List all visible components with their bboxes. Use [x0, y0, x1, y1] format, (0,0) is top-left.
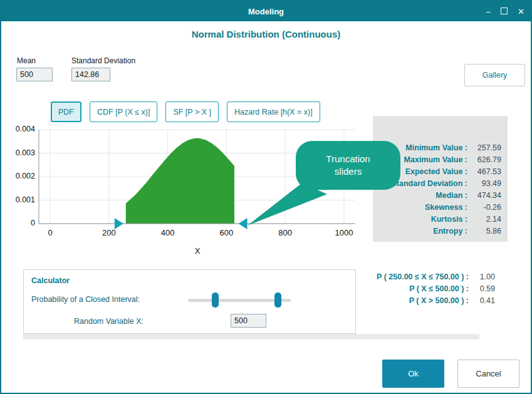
- prob-value: 0.59: [471, 283, 495, 295]
- closed-interval-label: Probability of a Closed Interval:: [31, 295, 140, 304]
- prob-row-greater: P ( X > 500.00 ) : 0.41: [350, 295, 495, 307]
- x-tick-label: 200: [93, 228, 125, 237]
- mean-input[interactable]: [16, 68, 53, 81]
- prob-row-less-equal: P ( X ≤ 500.00 ) : 0.59: [350, 283, 495, 295]
- stat-value: 2.14: [470, 214, 501, 226]
- close-icon[interactable]: ✕: [518, 8, 524, 16]
- prob-label: P ( X ≤ 500.00 ) :: [409, 283, 469, 295]
- truncation-callout-text: Truncation sliders: [313, 153, 383, 179]
- interval-slider-handle-left[interactable]: [212, 293, 219, 308]
- window-controls: – ✕: [486, 1, 524, 21]
- std-deviation-input[interactable]: [71, 68, 110, 81]
- cancel-button[interactable]: Cancel: [457, 360, 519, 388]
- y-tick-label: 0: [5, 219, 35, 227]
- tab-sf[interactable]: SF [P > X ]: [165, 101, 219, 122]
- stat-label: Minimum Value :: [405, 142, 467, 154]
- tab-hazard-rate[interactable]: Hazard Rate [h(X = x)]: [227, 101, 320, 122]
- y-tick-label: 0.002: [5, 172, 35, 180]
- stat-row-kurtosis: Kurtosis : 2.14: [373, 214, 501, 226]
- x-tick-label: 600: [211, 228, 242, 237]
- callout-tail: [243, 183, 336, 236]
- stat-value: 474.34: [470, 190, 501, 202]
- prob-row-interval: P ( 250.00 ≤ X ≤ 750.00 ) : 1.00: [350, 271, 495, 283]
- gallery-button[interactable]: Gallery: [464, 64, 525, 86]
- stat-label: Expected Value :: [405, 166, 467, 178]
- stat-row-median: Median : 474.34: [373, 190, 501, 202]
- stat-label: Maximum Value :: [404, 154, 467, 166]
- minimize-icon[interactable]: –: [486, 8, 491, 16]
- y-tick-label: 0.001: [5, 195, 35, 204]
- stat-value: 257.59: [470, 142, 501, 154]
- prob-label: P ( X > 500.00 ) :: [409, 295, 469, 307]
- tab-pdf[interactable]: PDF: [51, 101, 81, 122]
- prob-value: 1.00: [471, 271, 495, 283]
- y-tick-label: 0.003: [5, 148, 35, 157]
- stat-value: 626.79: [470, 154, 501, 166]
- stat-row-skewness: Skewness : -0.26: [373, 202, 501, 214]
- calculator-title: Calculator: [31, 276, 70, 285]
- x-tick-label: 0: [34, 228, 66, 237]
- window-title: Modeling: [248, 7, 284, 16]
- interval-slider-handle-right[interactable]: [274, 293, 281, 308]
- stat-label: Median :: [436, 190, 467, 202]
- stat-value: 467.53: [470, 166, 501, 178]
- stat-label: Kurtosis :: [431, 214, 467, 226]
- prob-label: P ( 250.00 ≤ X ≤ 750.00 ) :: [377, 271, 469, 283]
- truncation-callout: Truncation sliders: [296, 141, 400, 190]
- random-variable-input[interactable]: [231, 314, 266, 328]
- y-tick-label: 0.004: [5, 125, 35, 133]
- stat-label: Skewness :: [425, 202, 467, 214]
- function-tabs: PDF CDF [P (X ≤ x)] SF [P > X ] Hazard R…: [51, 101, 320, 122]
- pdf-curve-area: [126, 138, 234, 224]
- maximize-box-glyph: [501, 8, 508, 14]
- prob-value: 0.41: [471, 295, 495, 307]
- probability-results: P ( 250.00 ≤ X ≤ 750.00 ) : 1.00 P ( X ≤…: [350, 271, 495, 307]
- stat-row-entropy: Entropy : 5.86: [373, 226, 501, 237]
- calculator-shadow: [23, 334, 479, 340]
- x-axis-title: X: [187, 246, 208, 256]
- titlebar: Modeling – ✕: [1, 1, 531, 21]
- page-title: Normal Distribution (Continuous): [1, 29, 531, 39]
- stat-value: -0.26: [470, 202, 501, 214]
- stat-value: 5.86: [470, 226, 501, 237]
- maximize-icon[interactable]: [501, 8, 508, 16]
- random-variable-label: Random Variable X:: [74, 317, 143, 326]
- calculator-panel: Calculator Probability of a Closed Inter…: [23, 269, 356, 334]
- mean-label: Mean: [17, 56, 36, 65]
- ok-button[interactable]: Ok: [382, 360, 444, 388]
- stat-label: Standard Deviation :: [391, 178, 467, 190]
- std-deviation-label: Standard Deviation: [71, 56, 135, 65]
- interval-slider-track[interactable]: [188, 299, 291, 302]
- tab-cdf[interactable]: CDF [P (X ≤ x)]: [90, 101, 157, 122]
- x-tick-label: 400: [152, 228, 184, 237]
- stat-label: Entropy :: [433, 226, 467, 237]
- stat-value: 93.49: [470, 178, 501, 190]
